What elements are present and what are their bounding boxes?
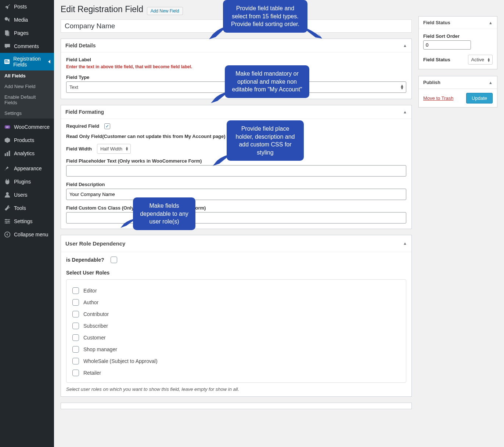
sidebar-sub-all-fields[interactable]: All Fields [0,70,54,81]
side-column: Field Status ▲ Field Sort Order Field St… [418,4,497,114]
svg-point-0 [5,17,8,21]
sort-order-input[interactable] [423,40,471,50]
sidebar-item-settings[interactable]: Settings [0,215,54,228]
update-button[interactable]: Update [466,93,493,103]
collapse-toggle-icon: ▲ [403,241,407,246]
sidebar-item-media[interactable]: Media [0,13,54,26]
sidebar-item-label: WooCommerce [14,124,50,130]
svg-point-16 [8,221,10,222]
sidebar-item-label: Tools [14,205,26,211]
svg-rect-9 [7,152,8,156]
sidebar-item-label: Analytics [14,150,35,156]
description-input[interactable] [66,189,406,200]
plugin-icon [4,178,11,185]
roles-hint: Select user roles on which you want to s… [66,386,406,392]
placeholder-input[interactable] [66,165,406,177]
css-class-input[interactable] [66,212,406,224]
field-status-select[interactable]: Active [468,55,493,65]
comment-icon [4,43,11,50]
role-label: Customer [83,335,106,341]
sidebar-item-appearance[interactable]: Appearance [0,162,54,175]
sidebar-item-plugins[interactable]: Plugins [0,175,54,188]
sidebar-item-posts[interactable]: Posts [0,0,54,13]
role-row: Contributor [72,308,400,320]
role-row: WholeSale (Subject to Approval) [72,355,400,367]
form-icon [4,58,10,65]
field-width-select[interactable]: Half Width [97,144,131,154]
field-type-select[interactable]: Text [66,81,406,93]
sidebar-item-analytics[interactable]: Analytics [0,147,54,160]
meta-header-status[interactable]: Field Status ▲ [419,17,497,29]
meta-box-field-status: Field Status ▲ Field Sort Order Field St… [418,16,497,69]
pages-icon [4,29,11,37]
collapse-toggle-icon: ▲ [403,43,407,48]
width-label: Field Width [66,146,92,152]
sidebar-submenu: All Fields Add New Field Enable Default … [0,70,54,119]
role-label: Author [83,299,98,305]
collapse-toggle-icon: ▲ [489,21,493,25]
svg-point-11 [6,192,8,195]
tools-icon [4,204,11,212]
svg-point-17 [6,222,7,224]
readonly-label: Read Only Field(Customer can not update … [66,134,226,139]
field-status-label: Field Status [423,57,450,62]
role-checkbox[interactable] [72,311,79,317]
woocommerce-icon: W [4,123,11,131]
products-icon [4,137,11,144]
sidebar-item-woocommerce[interactable]: W WooCommerce [0,120,54,134]
field-title-input[interactable] [61,19,412,33]
roles-list: Editor Author Contributor Subscriber [66,279,406,383]
collapse-icon [4,231,11,238]
sidebar-item-label: Registration Fields [13,56,48,68]
role-row: Subscriber [72,320,400,332]
svg-rect-2 [6,32,9,36]
role-label: Subscriber [83,323,108,329]
description-label: Field Description [66,182,406,187]
collapse-toggle-icon: ▲ [489,80,493,85]
sidebar-sub-enable-default[interactable]: Enable Default Fields [0,92,54,108]
sidebar-item-users[interactable]: Users [0,188,54,201]
panel-user-role: User Role Dependency ▲ is Dependable? Se… [61,235,412,397]
placeholder-label: Field Placeholder Text (Only works in Wo… [66,158,406,164]
panel-header-field-details[interactable]: Field Details ▲ [61,39,411,52]
sidebar-item-products[interactable]: Products [0,134,54,147]
role-row: Author [72,297,400,308]
readonly-checkbox[interactable] [231,134,237,139]
panel-header-roles[interactable]: User Role Dependency ▲ [61,235,411,252]
role-checkbox[interactable] [72,346,79,353]
sidebar-sub-add-new[interactable]: Add New Field [0,81,54,92]
meta-header-publish[interactable]: Publish ▲ [419,76,497,89]
svg-text:W: W [6,126,9,129]
sidebar-item-comments[interactable]: Comments [0,40,54,53]
role-checkbox[interactable] [72,334,79,341]
required-checkbox[interactable]: ✓ [104,123,110,129]
pin-icon [4,3,11,10]
role-checkbox[interactable] [72,287,79,294]
css-class-label: Field Custom Css Class (Only works in Wo… [66,205,406,211]
svg-point-15 [6,219,7,221]
role-label: Contributor [83,311,109,317]
sidebar-item-registration-fields[interactable]: Registration Fields [0,53,54,70]
sidebar-item-label: Comments [14,43,39,49]
role-checkbox[interactable] [72,299,79,306]
sidebar-item-label: Products [14,137,34,143]
role-checkbox[interactable] [72,358,79,364]
sidebar-item-label: Collapse menu [14,232,48,237]
role-row: Editor [72,285,400,297]
main-column: Edit Registration Field Add New Field Fi… [61,4,412,409]
panel-header-formatting[interactable]: Field Formating ▲ [61,105,411,119]
move-to-trash-link[interactable]: Move to Trash [423,95,453,101]
analytics-icon [4,150,11,157]
role-label: Shop manager [83,346,117,352]
sidebar-item-pages[interactable]: Pages [0,26,54,40]
media-icon [4,16,11,23]
add-new-field-button[interactable]: Add New Field [147,7,183,15]
sidebar-sub-settings[interactable]: Settings [0,108,54,119]
role-checkbox[interactable] [72,370,79,376]
sidebar-item-tools[interactable]: Tools [0,201,54,215]
role-checkbox[interactable] [72,323,79,329]
sidebar-item-collapse[interactable]: Collapse menu [0,228,54,241]
dependable-checkbox[interactable] [111,257,117,263]
appearance-icon [4,165,11,172]
dependable-label: is Dependable? [66,257,104,263]
